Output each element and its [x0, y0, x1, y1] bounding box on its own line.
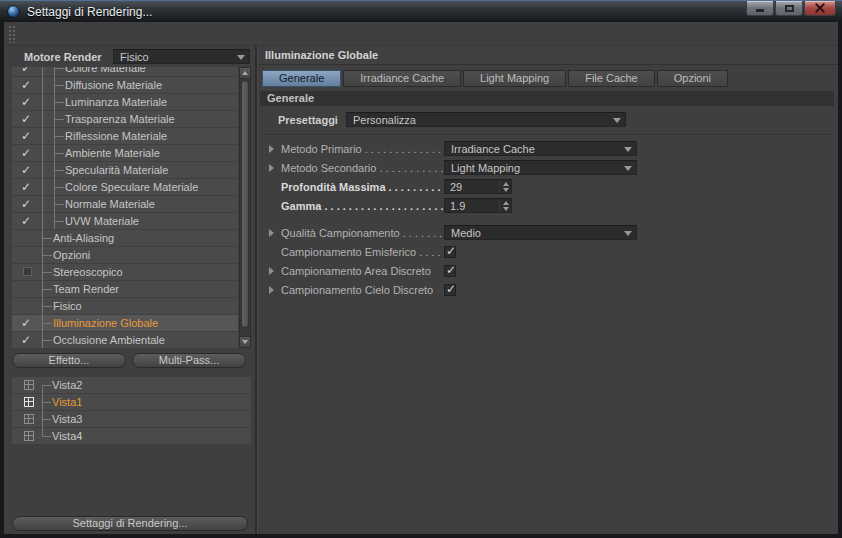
- tab-opzioni[interactable]: Opzioni: [657, 70, 728, 87]
- tree-item-colore-materiale[interactable]: ✓Colore Materiale: [12, 67, 238, 76]
- chevron-down-icon: [624, 166, 632, 171]
- dropdown-value: Light Mapping: [451, 162, 520, 174]
- tree-item-riflessione-materiale[interactable]: ✓Riflessione Materiale: [12, 128, 238, 144]
- check-icon[interactable]: ✓: [21, 67, 35, 75]
- field-campionamento-emisferico: Campionamento Emisferico . . . . . .✓: [258, 244, 838, 260]
- tree-item-label: UVW Materiale: [65, 215, 139, 227]
- spinner-down-icon[interactable]: [503, 188, 509, 192]
- render-engine-dropdown[interactable]: Fisico: [113, 49, 250, 64]
- expand-triangle-icon[interactable]: [269, 164, 274, 172]
- panel-title: Illuminazione Globale: [258, 46, 838, 65]
- spinner-arrows[interactable]: [499, 180, 511, 193]
- view-item-vista4[interactable]: Vista4: [12, 428, 251, 444]
- dropdown-value: Medio: [451, 227, 481, 239]
- tree-branch-line: [42, 238, 52, 239]
- expand-triangle-icon[interactable]: [269, 286, 274, 294]
- metodo-secondario-dropdown[interactable]: Light Mapping: [444, 160, 637, 175]
- view-item-label: Vista4: [52, 430, 82, 442]
- effect-button[interactable]: Effetto...: [12, 353, 126, 368]
- scrollbar-thumb[interactable]: [241, 80, 249, 328]
- metodo-primario-dropdown[interactable]: Irradiance Cache: [444, 141, 637, 156]
- tree-item-diffusione-materiale[interactable]: ✓Diffusione Materiale: [12, 77, 238, 93]
- field-metodo-primario: Metodo Primario . . . . . . . . . . . . …: [258, 141, 838, 157]
- profondit-massima-input[interactable]: 29: [444, 179, 512, 194]
- check-icon[interactable]: ✓: [21, 333, 35, 347]
- titlebar[interactable]: Settaggi di Rendering...: [0, 0, 842, 22]
- view-item-label: Vista1: [52, 396, 82, 408]
- expand-triangle-icon[interactable]: [269, 145, 274, 153]
- check-icon[interactable]: ✓: [21, 112, 35, 126]
- tree-item-colore-speculare-materiale[interactable]: ✓Colore Speculare Materiale: [12, 179, 238, 195]
- checkbox-empty[interactable]: [23, 267, 32, 276]
- check-icon[interactable]: ✓: [21, 316, 35, 330]
- check-icon[interactable]: ✓: [21, 197, 35, 211]
- preset-dropdown[interactable]: Personalizza: [346, 112, 626, 127]
- top-strip: [4, 22, 838, 46]
- campionamento-area-discreto-checkbox[interactable]: ✓: [444, 265, 456, 277]
- preset-row: Presettaggi Personalizza: [258, 112, 838, 128]
- check-icon[interactable]: ✓: [21, 214, 35, 228]
- tab-light-mapping[interactable]: Light Mapping: [463, 70, 566, 87]
- spinner-arrows[interactable]: [499, 199, 511, 212]
- check-icon[interactable]: ✓: [21, 95, 35, 109]
- campionamento-cielo-discreto-checkbox[interactable]: ✓: [444, 284, 456, 296]
- qualit-campionamento-dropdown[interactable]: Medio: [444, 225, 637, 240]
- view-item-vista2[interactable]: Vista2: [12, 377, 251, 393]
- number-value: 1.9: [450, 200, 465, 212]
- tree-item-anti-aliasing[interactable]: Anti-Aliasing: [12, 230, 238, 246]
- tree-item-illuminazione-globale[interactable]: ✓Illuminazione Globale: [12, 315, 238, 331]
- render-view-icon: [24, 380, 34, 390]
- tab-irradiance-cache[interactable]: Irradiance Cache: [343, 70, 461, 87]
- tree-item-luminanza-materiale[interactable]: ✓Luminanza Materiale: [12, 94, 238, 110]
- tab-file-cache[interactable]: File Cache: [568, 70, 655, 87]
- drag-grip-icon[interactable]: [8, 25, 17, 43]
- check-icon[interactable]: ✓: [21, 129, 35, 143]
- spinner-up-icon[interactable]: [503, 201, 509, 205]
- close-button[interactable]: [804, 1, 836, 16]
- tree-item-normale-materiale[interactable]: ✓Normale Materiale: [12, 196, 238, 212]
- multipass-button[interactable]: Multi-Pass...: [132, 353, 246, 368]
- tree-item-stereoscopico[interactable]: Stereoscopico: [12, 264, 238, 280]
- render-settings-window: Settaggi di Rendering... Motore Render F…: [0, 0, 842, 538]
- tree-item-occlusione-ambientale[interactable]: ✓Occlusione Ambientale: [12, 332, 238, 348]
- campionamento-emisferico-checkbox[interactable]: ✓: [444, 246, 456, 258]
- tree-item-label: Occlusione Ambientale: [53, 334, 165, 346]
- horizontal-rule: [260, 134, 834, 135]
- tree-scrollbar[interactable]: [239, 67, 251, 348]
- tree-item-opzioni[interactable]: Opzioni: [12, 247, 238, 263]
- tree-item-team-render[interactable]: Team Render: [12, 281, 238, 297]
- fields: Metodo Primario . . . . . . . . . . . . …: [258, 141, 838, 298]
- view-item-vista1[interactable]: Vista1: [12, 394, 251, 410]
- expand-triangle-icon[interactable]: [269, 229, 274, 237]
- tree-branch-line: [42, 323, 52, 324]
- tree-item-ambiente-materiale[interactable]: ✓Ambiente Materiale: [12, 145, 238, 161]
- check-icon[interactable]: ✓: [21, 146, 35, 160]
- scroll-down-button[interactable]: [240, 336, 250, 347]
- field-label: Profondità Massima . . . . . . . . . . .…: [281, 181, 443, 193]
- spinner-down-icon[interactable]: [503, 207, 509, 211]
- view-item-vista3[interactable]: Vista3: [12, 411, 251, 427]
- preset-value: Personalizza: [353, 114, 416, 126]
- app-icon: [7, 5, 20, 18]
- check-icon[interactable]: ✓: [21, 78, 35, 92]
- check-icon[interactable]: ✓: [21, 180, 35, 194]
- tree-item-label: Riflessione Materiale: [65, 130, 167, 142]
- close-icon: [815, 3, 825, 13]
- tree-branch-line: [42, 272, 52, 273]
- tree-item-fisico[interactable]: Fisico: [12, 298, 238, 314]
- render-settings-button[interactable]: Settaggi di Rendering...: [12, 516, 248, 531]
- minimize-button[interactable]: [746, 1, 774, 16]
- gamma-input[interactable]: 1.9: [444, 198, 512, 213]
- scroll-up-button[interactable]: [240, 68, 250, 79]
- expand-triangle-icon[interactable]: [269, 267, 274, 275]
- tree-item-uvw-materiale[interactable]: ✓UVW Materiale: [12, 213, 238, 229]
- tree-branch-line: [54, 221, 64, 222]
- field-label: Campionamento Area Discreto: [281, 265, 443, 277]
- spinner-up-icon[interactable]: [503, 182, 509, 186]
- tree-branch-line: [54, 68, 64, 69]
- check-icon[interactable]: ✓: [21, 163, 35, 177]
- tree-item-specularit-materiale[interactable]: ✓Specularità Materiale: [12, 162, 238, 178]
- tab-generale[interactable]: Generale: [262, 70, 341, 87]
- maximize-button[interactable]: [775, 1, 803, 16]
- tree-item-trasparenza-materiale[interactable]: ✓Trasparenza Materiale: [12, 111, 238, 127]
